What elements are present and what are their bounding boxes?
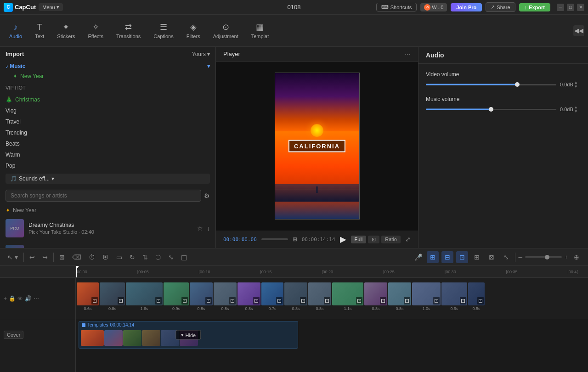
zoom-slider[interactable] bbox=[525, 256, 562, 258]
thumb-item[interactable]: ⊡ 0.8s bbox=[100, 282, 125, 311]
sounds-effects-button[interactable]: 🎵 Sounds eff... ▾ bbox=[6, 174, 210, 184]
timeline-settings-button[interactable]: ⊕ bbox=[571, 251, 582, 263]
tool-effects[interactable]: ✧ Effects bbox=[82, 19, 108, 42]
tool-audio[interactable]: ♪ Audio bbox=[4, 20, 28, 42]
delete-button[interactable]: ⌫ bbox=[70, 253, 83, 262]
track-visibility-button[interactable]: 👁 bbox=[17, 295, 23, 302]
shortcuts-button[interactable]: ⌨ Shortcuts bbox=[376, 3, 417, 11]
stabilize-button[interactable]: ◫ bbox=[179, 253, 189, 262]
category-trending[interactable]: Trending bbox=[0, 127, 215, 138]
maximize-button[interactable]: □ bbox=[567, 4, 574, 11]
transform-button[interactable]: ⤡ bbox=[166, 253, 175, 262]
up-arrow-icon[interactable]: ▲ bbox=[574, 105, 578, 109]
track-add-button[interactable]: + bbox=[4, 295, 7, 302]
shield-button[interactable]: ⛨ bbox=[101, 253, 111, 262]
player-menu-button[interactable]: ⋯ bbox=[405, 51, 411, 57]
tool-stickers[interactable]: ✦ Stickers bbox=[51, 19, 80, 42]
timer-button[interactable]: ⏱ bbox=[87, 253, 97, 262]
track-lock-button[interactable]: 🔒 bbox=[9, 295, 16, 302]
track-expand-button[interactable]: ⤡ bbox=[500, 251, 512, 263]
up-arrow-icon[interactable]: ▲ bbox=[574, 80, 578, 85]
thumb-item[interactable]: ⊡ 0.8s bbox=[364, 282, 387, 311]
expand-player-button[interactable]: ⤢ bbox=[405, 236, 411, 243]
tool-captions[interactable]: ☰ Captions bbox=[148, 19, 179, 42]
category-travel[interactable]: Travel bbox=[0, 116, 215, 127]
tool-transitions[interactable]: ⇄ Transitions bbox=[111, 19, 146, 42]
join-pro-button[interactable]: Join Pro bbox=[451, 3, 482, 11]
loop-button[interactable]: ↻ bbox=[128, 253, 137, 262]
thumb-item[interactable]: ⊡ 0.8s bbox=[190, 282, 213, 311]
track-filter3-button[interactable]: ⊡ bbox=[456, 251, 468, 263]
play-button[interactable]: ▶ bbox=[340, 234, 346, 244]
player-timeline-bar[interactable] bbox=[261, 238, 288, 240]
song-favorite-button[interactable]: ☆ bbox=[197, 225, 203, 232]
split-button[interactable]: ⊠ bbox=[57, 253, 67, 262]
thumb-expand-icon: ⊡ bbox=[253, 297, 260, 304]
thumb-item[interactable]: ⊡ 0.9s bbox=[441, 282, 467, 311]
select-tool-button[interactable]: ↖ ▾ bbox=[6, 253, 20, 262]
category-pop[interactable]: Pop bbox=[0, 160, 215, 171]
category-beats[interactable]: Beats bbox=[0, 138, 215, 149]
cover-add-button[interactable]: Cover bbox=[4, 332, 23, 338]
menu-button[interactable]: Menu ▾ bbox=[39, 3, 63, 11]
filter-button[interactable]: ⚙ bbox=[204, 192, 210, 199]
track-filter2-button[interactable]: ⊟ bbox=[441, 251, 453, 263]
thumb-item[interactable]: ⊡ 1.6s bbox=[126, 282, 163, 311]
thumb-item[interactable]: ⊡ 1.0s bbox=[412, 282, 441, 311]
category-vlog[interactable]: Vlog bbox=[0, 105, 215, 116]
tool-templat[interactable]: ▦ Templat bbox=[246, 19, 275, 42]
down-arrow-icon[interactable]: ▼ bbox=[574, 85, 578, 89]
captions-label: Captions bbox=[153, 34, 173, 39]
crop-icon: ⊡ bbox=[372, 237, 376, 242]
thumb-item[interactable]: ⊡ 0.8s bbox=[214, 282, 237, 311]
thumb-item[interactable]: ⊡ 0.8s bbox=[388, 282, 411, 311]
template-track[interactable]: Templates 00:00:14:14 ▾ Hide bbox=[79, 321, 298, 349]
redo-button[interactable]: ↪ bbox=[40, 253, 50, 262]
new-year-item[interactable]: ✦ New Year bbox=[6, 71, 210, 81]
collapse-panel-button[interactable]: ◀◀ bbox=[573, 25, 584, 36]
category-warm[interactable]: Warm bbox=[0, 149, 215, 160]
hide-button[interactable]: ▾ Hide bbox=[176, 330, 201, 340]
share-button[interactable]: ↗ Share bbox=[486, 2, 515, 12]
track-merge-button[interactable]: ⊠ bbox=[486, 251, 498, 263]
color-button[interactable]: ⬡ bbox=[153, 253, 163, 262]
tool-adjustment[interactable]: ⊙ Adjustment bbox=[208, 19, 244, 42]
video-volume-slider[interactable] bbox=[426, 84, 556, 85]
thumb-item[interactable]: ⊡ 1.1s bbox=[332, 282, 363, 311]
ratio-label-button[interactable]: Ratio bbox=[381, 236, 401, 243]
thumb-item[interactable]: ⊡ 0.7s bbox=[261, 282, 283, 311]
song-item[interactable]: PRO Best Joyfull Bright Presentation Tra… bbox=[0, 241, 215, 248]
video-volume-fill bbox=[426, 84, 517, 85]
track-volume-button[interactable]: 🔊 bbox=[25, 295, 32, 302]
song-item[interactable]: PRO Dreamy Christmas Pick Your Take Stud… bbox=[0, 215, 215, 241]
workspace-button[interactable]: W W...0 bbox=[420, 3, 447, 11]
track-filter4-button[interactable]: ⊞ bbox=[471, 251, 483, 263]
thumb-item[interactable]: ⊡ 0.6s bbox=[77, 282, 99, 311]
flip-button[interactable]: ⇅ bbox=[141, 253, 150, 262]
frame-button[interactable]: ▭ bbox=[114, 253, 124, 262]
down-arrow-icon[interactable]: ▼ bbox=[574, 109, 578, 113]
track-more-button[interactable]: ⋯ bbox=[34, 295, 39, 302]
playhead bbox=[76, 266, 77, 278]
music-volume-slider[interactable] bbox=[426, 109, 556, 110]
search-input[interactable] bbox=[6, 190, 201, 202]
yours-button[interactable]: Yours ▾ bbox=[192, 51, 210, 57]
close-button[interactable]: ✕ bbox=[577, 4, 584, 11]
mic-button[interactable]: 🎤 bbox=[412, 251, 424, 263]
thumb-item[interactable]: ⊡ 0.8s bbox=[284, 282, 307, 311]
tool-text[interactable]: T Text bbox=[29, 20, 50, 42]
thumb-item[interactable]: ⊡ 0.5s bbox=[468, 282, 485, 311]
ratio-button[interactable]: ⊡ bbox=[368, 236, 379, 243]
music-header[interactable]: ♪ Music ▾ bbox=[6, 61, 210, 71]
export-button[interactable]: ↑ Export bbox=[519, 3, 550, 11]
tool-filters[interactable]: ◈ Filters bbox=[181, 19, 206, 42]
thumb-item[interactable]: ⊡ 0.9s bbox=[164, 282, 189, 311]
song-download-button[interactable]: ↓ bbox=[207, 225, 210, 232]
undo-button[interactable]: ↩ bbox=[28, 253, 37, 262]
thumb-item[interactable]: ⊡ 0.8s bbox=[308, 282, 331, 311]
thumb-item[interactable]: ⊡ 0.8s bbox=[237, 282, 260, 311]
minimize-button[interactable]: ─ bbox=[557, 4, 564, 11]
track-filter1-button[interactable]: ⊞ bbox=[427, 251, 439, 263]
full-view-button[interactable]: Full bbox=[351, 236, 367, 243]
category-christmas[interactable]: 🎄 Christmas bbox=[0, 94, 215, 105]
